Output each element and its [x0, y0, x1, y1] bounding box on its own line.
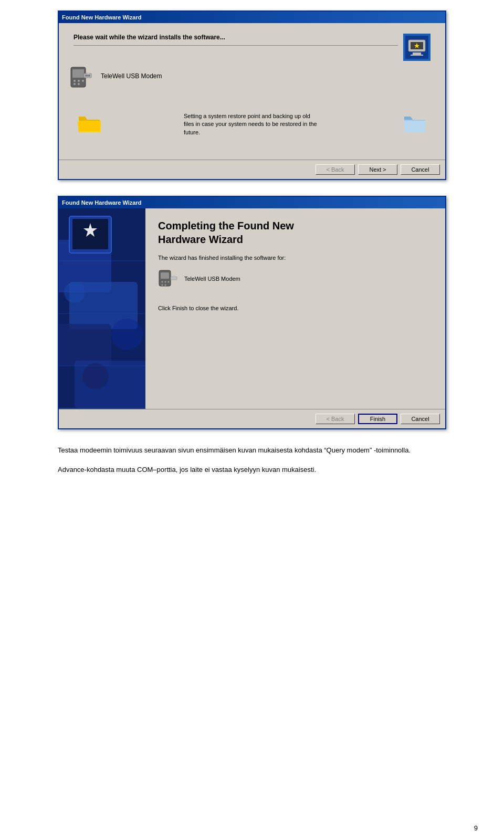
svg-point-13: [78, 83, 80, 85]
svg-rect-39: [173, 276, 175, 277]
svg-rect-32: [161, 272, 169, 279]
dialog2-back-button[interactable]: < Back: [316, 414, 355, 424]
completing-left-panel: [59, 208, 145, 409]
dialog1-title-bar: Found New Hardware Wizard: [59, 12, 445, 23]
svg-point-37: [165, 285, 166, 286]
completing-title: Completing the Found NewHardware Wizard: [158, 219, 435, 246]
body-text-area: Testaa modeemin toimivuus seuraavan sivu…: [58, 445, 446, 476]
svg-point-35: [168, 281, 170, 283]
dialog1-header-row: Please wait while the wizard installs th…: [66, 28, 438, 61]
dialog2-cancel-button[interactable]: Cancel: [401, 414, 440, 424]
dialog1-title: Found New Hardware Wizard: [62, 14, 442, 20]
svg-point-33: [162, 281, 163, 283]
back-button[interactable]: < Back: [316, 164, 355, 175]
cancel-button[interactable]: Cancel: [401, 164, 440, 175]
dialog2-title: Found New Hardware Wizard: [62, 199, 442, 206]
completing-footer: Click Finish to close the wizard.: [158, 305, 435, 311]
device-row: TeleWell USB Modem: [66, 61, 438, 91]
wizard-icon: [403, 34, 430, 61]
dialog2-button-row: < Back Finish Cancel: [59, 409, 445, 428]
svg-rect-4: [413, 52, 421, 55]
device-icon: [68, 63, 94, 89]
svg-point-10: [78, 80, 80, 82]
dialog1-header: Please wait while the wizard installs th…: [74, 34, 398, 46]
dialog-completing: Found New Hardware Wizard: [58, 196, 446, 429]
dialog1-button-row: < Back Next > Cancel: [59, 160, 445, 179]
body-paragraph1: Testaa modeemin toimivuus seuraavan sivu…: [58, 445, 446, 456]
progress-middle: Setting a system restore point and backi…: [118, 110, 386, 136]
completing-subtitle: The wizard has finished installing the s…: [158, 255, 435, 261]
svg-point-29: [111, 319, 143, 350]
body-paragraph2: Advance-kohdasta muuta COM–porttia, jos …: [58, 465, 446, 476]
dialog1-device-name: TeleWell USB Modem: [101, 72, 162, 80]
svg-point-36: [162, 285, 163, 286]
next-button[interactable]: Next >: [358, 164, 397, 175]
svg-point-30: [82, 363, 109, 389]
svg-point-11: [82, 80, 84, 82]
completing-body: Completing the Found NewHardware Wizard …: [59, 208, 445, 409]
progress-area: Setting a system restore point and backi…: [66, 102, 438, 154]
progress-text: Setting a system restore point and backi…: [184, 112, 320, 136]
dialog2-title-bar: Found New Hardware Wizard: [59, 197, 445, 208]
svg-rect-20: [59, 324, 111, 366]
completing-device-row: TeleWell USB Modem: [158, 268, 435, 289]
svg-rect-16: [87, 72, 89, 75]
finish-button[interactable]: Finish: [358, 414, 397, 424]
completing-right-panel: Completing the Found NewHardware Wizard …: [145, 208, 445, 409]
svg-point-34: [165, 281, 166, 283]
folder-left-icon: [77, 110, 102, 135]
folder-right-icon: [402, 110, 427, 135]
completing-device-icon: [158, 268, 179, 289]
completing-device-name: TeleWell USB Modem: [184, 276, 240, 282]
svg-point-12: [74, 83, 76, 85]
svg-rect-5: [411, 55, 423, 56]
svg-point-28: [64, 282, 85, 303]
svg-rect-8: [72, 69, 84, 78]
svg-point-9: [74, 80, 76, 82]
svg-rect-15: [85, 75, 90, 77]
dialog-installing: Found New Hardware Wizard Please wait wh…: [58, 10, 446, 180]
page-number: 9: [474, 824, 478, 832]
